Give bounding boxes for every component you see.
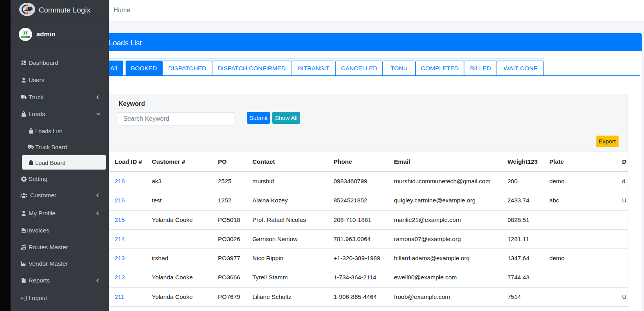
svg-text:Mt: Mt: [28, 12, 31, 14]
